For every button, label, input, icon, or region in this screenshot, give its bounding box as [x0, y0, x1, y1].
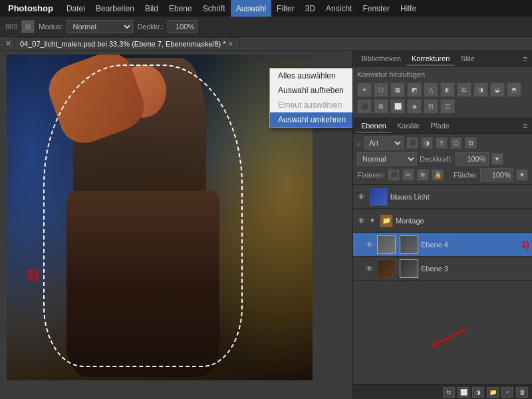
layer-filter-shape[interactable]: ⬡	[450, 137, 462, 149]
tab-close-button[interactable]: ✕	[228, 41, 233, 47]
menu-item-auswahl-aufheben[interactable]: Auswahl aufheben 1) ⌘D	[270, 83, 352, 98]
layer-name-ebene3: Ebene 3	[421, 265, 529, 273]
deckkraft-label: Deckkr.:	[137, 23, 164, 31]
main-area: 2) Alles auswählen ⌘A Auswahl aufheben 1…	[0, 51, 532, 399]
corr-icon-invert[interactable]: ⊞	[374, 99, 388, 114]
layer-mask-ebene4	[400, 235, 418, 254]
corr-icon-threshold[interactable]: ⬜	[390, 99, 405, 114]
menu-auswahl[interactable]: Auswahl	[231, 0, 271, 17]
corr-icon-selectivecolor[interactable]: ◫	[440, 99, 455, 114]
menu-fenster[interactable]: Fenster	[357, 0, 395, 17]
layer-delete-button[interactable]: 🗑	[516, 387, 528, 398]
fix-paint[interactable]: ✏	[402, 169, 414, 181]
corr-icon-exposure[interactable]: ◩	[407, 82, 422, 97]
layer-name-ebene4: Ebene 4	[421, 241, 516, 249]
layer-name-montage: Montage	[396, 217, 529, 225]
layer-fx-button[interactable]: fx	[443, 387, 455, 398]
tab-ebenen[interactable]: Ebenen	[356, 120, 392, 133]
panel-menu-icon[interactable]: ≡	[521, 53, 529, 66]
modus-select[interactable]: Normal	[66, 20, 133, 33]
layers-section: Ebenen Kanäle Pfade ≡ ⌕ Art ⬛ ◑ T ⬡ ⊡	[353, 118, 532, 399]
layer-visibility-ebene4[interactable]: 👁	[364, 239, 374, 250]
kind-select[interactable]: Art	[364, 136, 404, 150]
layer-item-blaues-licht[interactable]: 👁 blaues Licht	[353, 185, 532, 209]
corr-icon-brightness[interactable]: ☀	[357, 82, 372, 97]
canvas-container: 2)	[7, 55, 313, 380]
layer-mask-ebene3	[400, 259, 418, 278]
corr-icon-bw[interactable]: ◑	[473, 82, 488, 97]
menu-item-alles-auswaehlen[interactable]: Alles auswählen ⌘A	[270, 68, 352, 83]
layer-filter-pixel[interactable]: ⬛	[406, 137, 418, 149]
corr-icon-curves[interactable]: ⬡	[374, 82, 388, 97]
menu-ansicht[interactable]: Ansicht	[321, 0, 357, 17]
layers-blend-row: Normal Deckkraft: ▼	[357, 152, 528, 166]
menu-datei[interactable]: Datei	[61, 0, 90, 17]
layer-filter-smart[interactable]: ⊡	[465, 137, 477, 149]
menu-item-auswahl-umkehren[interactable]: Auswahl umkehren ⇧⌘I	[270, 112, 352, 127]
corr-icon-colorbalance[interactable]: ⊡	[457, 82, 471, 97]
folder-icon-montage: 📁	[380, 214, 393, 227]
fix-transparent[interactable]: ⬛	[388, 169, 400, 181]
canvas-area[interactable]: 2) Alles auswählen ⌘A Auswahl aufheben 1…	[0, 51, 352, 399]
layer-visibility-montage[interactable]: 👁	[356, 215, 366, 226]
deckkraft-input[interactable]	[168, 20, 198, 33]
layers-options: ⌕ Art ⬛ ◑ T ⬡ ⊡ Normal Deckkraft:	[353, 134, 532, 185]
layer-group-button[interactable]: 📁	[487, 387, 499, 398]
tab-korrekturen[interactable]: Korrekturen	[406, 53, 455, 66]
layer-visibility-ebene3[interactable]: 👁	[364, 263, 374, 274]
corr-icon-hue[interactable]: ◐	[440, 82, 455, 97]
deckkraft-layers-input[interactable]	[456, 152, 489, 166]
dropdown-menu: Alles auswählen ⌘A Auswahl aufheben 1) ⌘…	[269, 68, 352, 128]
flaeche-input[interactable]	[480, 168, 513, 182]
layer-item-montage[interactable]: 👁 ▼ 📁 Montage	[353, 209, 532, 233]
corrections-icons: ☀ ⬡ ▦ ◩ △ ◐ ⊡ ◑ ◒ ◓ ⬛ ⊞ ⬜ ◈ ⊟ ◫	[357, 82, 528, 114]
layer-filter-type[interactable]: T	[436, 137, 448, 149]
tab-bibliotheken[interactable]: Bibliotheken	[356, 53, 406, 66]
blend-mode-select[interactable]: Normal	[357, 152, 417, 166]
tab-close-icon[interactable]: ✕	[3, 39, 14, 48]
canvas-image: 2)	[7, 55, 313, 380]
menu-bild[interactable]: Bild	[140, 0, 164, 17]
layer-new-button[interactable]: +	[501, 387, 513, 398]
menu-hilfe[interactable]: Hilfe	[395, 0, 422, 17]
corr-icon-photofilter[interactable]: ◒	[490, 82, 505, 97]
layers-panel-menu-icon[interactable]: ≡	[521, 120, 529, 133]
layer-adj-button[interactable]: ◑	[472, 387, 484, 398]
corr-icon-levels[interactable]: ▦	[390, 82, 405, 97]
modus-label: Modus:	[39, 23, 63, 31]
tab-kanaele[interactable]: Kanäle	[392, 120, 425, 133]
tab-stile[interactable]: Stile	[455, 53, 479, 66]
tab-title: 04_07_licht_malen.psd bei 33,3% (Ebene 7…	[20, 40, 225, 48]
menubar: Photoshop Datei Bearbeiten Bild Ebene Sc…	[0, 0, 532, 17]
layer-mask-button[interactable]: ⬜	[458, 387, 469, 398]
corr-icon-vibrance[interactable]: △	[424, 82, 438, 97]
deckkraft-arrow[interactable]: ▼	[491, 153, 503, 165]
tab-pfade[interactable]: Pfade	[425, 120, 455, 133]
flaeche-arrow[interactable]: ▼	[516, 169, 528, 181]
fix-all[interactable]: 🔒	[432, 169, 444, 181]
menu-ebene[interactable]: Ebene	[164, 0, 198, 17]
layer-filter-adj[interactable]: ◑	[421, 137, 433, 149]
tool-icon: ⊡	[21, 20, 35, 33]
menu-schrift[interactable]: Schrift	[198, 0, 231, 17]
menu-item-erneut-auswaehlen[interactable]: Erneut auswählen ⇧⌘D	[270, 98, 352, 112]
menu-3d[interactable]: 3D	[300, 0, 321, 17]
search-icon: ⌕	[357, 140, 361, 147]
layer-item-ebene4[interactable]: 👁 Ebene 4 3)	[353, 233, 532, 257]
layer-visibility-blaues-licht[interactable]: 👁	[356, 192, 366, 202]
fix-move[interactable]: ✛	[417, 169, 429, 181]
right-panel: Bibliotheken Korrekturen Stile ≡ Korrekt…	[352, 51, 532, 399]
menu-filter[interactable]: Filter	[271, 0, 300, 17]
annotation-3-label: 3)	[521, 239, 529, 250]
layer-thumb-blaues-licht	[369, 188, 388, 206]
layer-item-ebene3[interactable]: 👁 Ebene 3	[353, 257, 532, 281]
figure-area	[47, 58, 246, 377]
coord-display: 869	[5, 23, 17, 31]
layers-fixieren-row: Fixieren: ⬛ ✏ ✛ 🔒 Fläche: ▼	[357, 168, 528, 182]
menu-bearbeiten[interactable]: Bearbeiten	[90, 0, 140, 17]
corr-icon-colorsearch[interactable]: ⬛	[357, 99, 372, 114]
document-tab[interactable]: 04_07_licht_malen.psd bei 33,3% (Ebene 7…	[14, 37, 239, 51]
corr-icon-channelmixer[interactable]: ◓	[507, 82, 521, 97]
corr-icon-gradient[interactable]: ⊟	[424, 99, 438, 114]
corr-icon-posterize[interactable]: ◈	[407, 99, 422, 114]
